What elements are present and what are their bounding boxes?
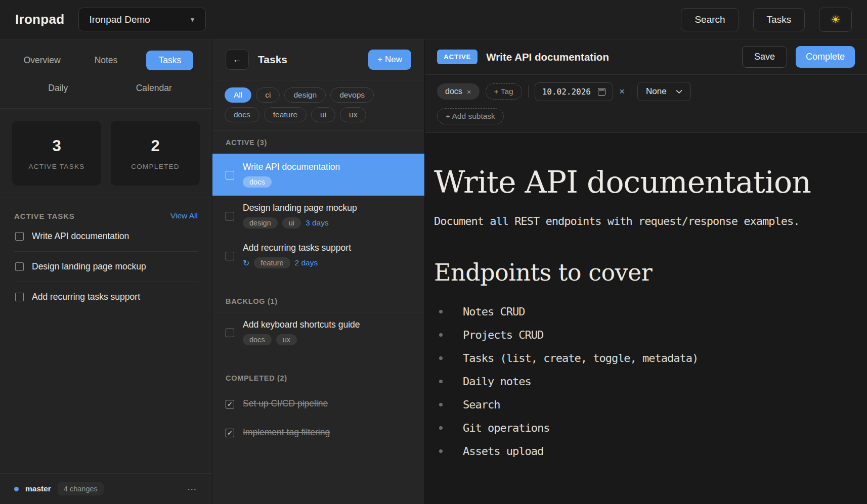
stat-value: 3 <box>16 137 97 155</box>
stat-value: 2 <box>115 137 196 155</box>
theme-toggle-button[interactable]: ☀ <box>819 8 852 32</box>
task-row[interactable]: Design landing page mockup design ui 3 d… <box>212 196 424 236</box>
chevron-down-icon <box>676 88 682 95</box>
list-item: Projects CRUD <box>439 329 847 341</box>
task-checkbox[interactable] <box>226 212 234 220</box>
tag-pill: ui <box>282 217 301 228</box>
task-checkbox[interactable] <box>15 262 24 271</box>
list-item[interactable]: Design landing page mockup <box>14 252 198 282</box>
filter-chip-docs[interactable]: docs <box>225 107 259 122</box>
filter-chip-all[interactable]: All <box>225 87 251 103</box>
task-row[interactable]: Add keyboard shortcuts guide docs ux <box>212 312 424 352</box>
document-content[interactable]: Write API documentation Document all RES… <box>425 133 867 504</box>
sidebar-tabs: Overview Notes Tasks Daily Calendar <box>0 39 212 108</box>
list-item: Assets upload <box>439 445 847 457</box>
recurrence-value: None <box>646 86 667 97</box>
tag-chip-docs[interactable]: docs × <box>437 83 480 100</box>
tag-pill: feature <box>254 257 290 268</box>
check-icon: ✓ <box>227 430 233 436</box>
list-item[interactable]: Add recurring tasks support <box>14 282 198 312</box>
task-title: Implement tag filtering <box>243 427 330 438</box>
remove-tag-icon[interactable]: × <box>467 87 471 96</box>
task-row[interactable]: ✓ Set up CI/CD pipeline <box>212 389 424 418</box>
list-item[interactable]: Write API documentation <box>14 221 198 252</box>
tag-pill: docs <box>243 176 272 188</box>
tag-pill: design <box>243 217 278 228</box>
document-bullet-list: Notes CRUD Projects CRUD Tasks (list, cr… <box>439 305 847 457</box>
task-row[interactable]: ✓ Implement tag filtering <box>212 418 424 447</box>
bullet-icon <box>439 403 443 406</box>
recurring-icon: ↻ <box>243 258 249 268</box>
back-button[interactable]: ← <box>226 50 249 70</box>
bullet-text: Search <box>463 398 500 411</box>
bullet-text: Notes CRUD <box>463 305 525 318</box>
filter-chip-design[interactable]: design <box>284 87 326 103</box>
topbar: Ironpad Ironpad Demo ▼ Search Tasks ☀ <box>0 0 867 39</box>
task-checkbox[interactable] <box>15 293 24 301</box>
task-meta: docs ux <box>243 334 360 345</box>
filter-chip-devops[interactable]: devops <box>330 87 374 103</box>
search-button[interactable]: Search <box>681 8 739 31</box>
task-checkbox[interactable] <box>15 232 24 241</box>
tab-tasks[interactable]: Tasks <box>146 51 193 70</box>
due-label: 3 days <box>306 218 329 227</box>
tasks-panel-header: ← Tasks + New <box>212 39 424 80</box>
project-select[interactable]: Ironpad Demo ▼ <box>78 8 206 31</box>
active-tasks-list: Write API documentation Design landing p… <box>14 221 198 312</box>
section-header-active: ACTIVE (3) <box>212 131 424 154</box>
filter-chip-ui[interactable]: ui <box>311 107 335 122</box>
sidebar: Overview Notes Tasks Daily Calendar 3 AC… <box>0 39 212 504</box>
task-label: Add recurring tasks support <box>32 292 140 302</box>
save-button[interactable]: Save <box>742 46 787 68</box>
tag-pill: ux <box>276 334 297 345</box>
filter-chip-ux[interactable]: ux <box>340 107 366 122</box>
task-row[interactable]: Write API documentation docs <box>212 154 424 196</box>
tab-calendar[interactable]: Calendar <box>124 78 184 98</box>
recurrence-select[interactable]: None <box>637 82 691 101</box>
bullet-text: Assets upload <box>463 445 543 457</box>
active-tasks-header-row: ACTIVE TASKS View All <box>14 211 198 220</box>
task-row[interactable]: Add recurring tasks support ↻ feature 2 … <box>212 236 424 276</box>
task-title: Design landing page mockup <box>243 203 357 213</box>
task-content: Design landing page mockup design ui 3 d… <box>243 203 357 228</box>
due-date-input[interactable]: 10.02.2026 <box>535 82 613 101</box>
document-subheading: Endpoints to cover <box>434 259 847 286</box>
clear-date-icon[interactable]: × <box>619 86 625 97</box>
project-select-value: Ironpad Demo <box>89 14 150 25</box>
task-checkbox-checked[interactable]: ✓ <box>226 400 234 408</box>
branch-status-dot <box>14 487 19 491</box>
tab-overview[interactable]: Overview <box>12 51 73 70</box>
task-checkbox[interactable] <box>226 329 234 337</box>
add-subtask-button[interactable]: + Add subtask <box>437 108 504 124</box>
main-layout: Overview Notes Tasks Daily Calendar 3 AC… <box>0 39 867 504</box>
bullet-icon <box>439 449 443 453</box>
view-all-link[interactable]: View All <box>170 211 198 220</box>
task-checkbox[interactable] <box>226 252 234 260</box>
tab-notes[interactable]: Notes <box>82 51 130 70</box>
stats-cards: 3 ACTIVE TASKS 2 COMPLETED <box>0 109 212 198</box>
bullet-icon <box>439 333 443 337</box>
tab-daily[interactable]: Daily <box>36 78 80 98</box>
task-checkbox-checked[interactable]: ✓ <box>226 429 234 437</box>
new-task-button[interactable]: + New <box>368 50 411 70</box>
calendar-icon[interactable] <box>598 88 605 96</box>
task-label: Write API documentation <box>32 231 129 242</box>
filter-chip-ci[interactable]: ci <box>256 87 280 103</box>
list-item: Git operations <box>439 422 847 434</box>
tasks-button[interactable]: Tasks <box>753 8 805 31</box>
changes-badge[interactable]: 4 changes <box>58 482 104 495</box>
sidebar-footer: master 4 changes ⋯ <box>0 473 212 504</box>
filter-chip-feature[interactable]: feature <box>264 107 307 122</box>
task-detail-panel: ACTIVE Write API documentation Save Comp… <box>425 39 867 504</box>
task-checkbox[interactable] <box>226 171 234 179</box>
add-tag-button[interactable]: + Tag <box>486 83 522 100</box>
more-options-icon[interactable]: ⋯ <box>187 483 198 495</box>
stat-card-active-tasks: 3 ACTIVE TASKS <box>12 121 101 186</box>
list-item: Tasks (list, create, toggle, metadata) <box>439 352 847 364</box>
complete-button[interactable]: Complete <box>796 46 855 68</box>
section-header-completed: COMPLETED (2) <box>212 366 424 389</box>
bullet-text: Daily notes <box>463 375 531 388</box>
task-meta: docs <box>243 176 340 188</box>
task-content: Add keyboard shortcuts guide docs ux <box>243 319 360 345</box>
tasks-list-body: ACTIVE (3) Write API documentation docs … <box>212 130 424 504</box>
